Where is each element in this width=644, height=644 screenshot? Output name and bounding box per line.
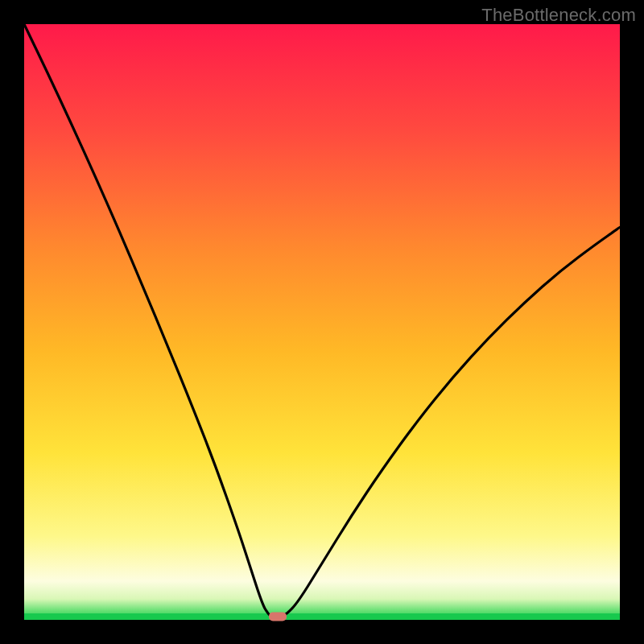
plot-area (24, 24, 620, 620)
chart-frame: TheBottleneck.com (0, 0, 644, 644)
optimum-marker (269, 612, 287, 621)
watermark-text: TheBottleneck.com (481, 5, 636, 26)
bottleneck-curve (24, 24, 620, 620)
